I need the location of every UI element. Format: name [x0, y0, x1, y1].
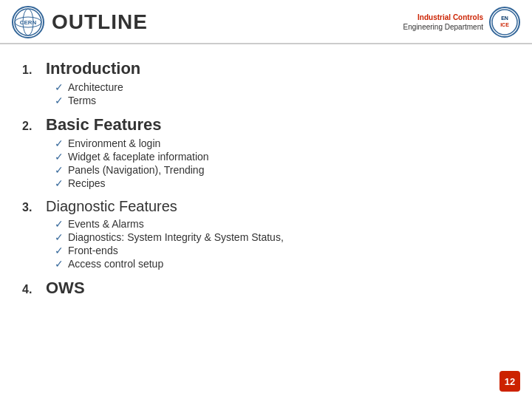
list-item: ✓ Diagnostics: System Integrity & System…: [55, 231, 502, 243]
list-item: ✓ Panels (Navigation), Trending: [55, 164, 502, 176]
svg-text:EN: EN: [501, 16, 508, 21]
section-3-title: Diagnostic Features: [46, 198, 177, 215]
section-3-header: 3. Diagnostic Features: [22, 198, 502, 215]
subitem-text: Front-ends: [68, 245, 118, 256]
svg-text:CERN: CERN: [20, 19, 37, 26]
subitem-text: Panels (Navigation), Trending: [68, 164, 204, 176]
subitem-text: Events & Alarms: [68, 218, 144, 230]
outline-text: Outline: [52, 10, 148, 33]
dept-info: Industrial Controls Engineering Departme…: [403, 13, 483, 31]
section-4-header: 4. OWS: [22, 279, 502, 298]
subitem-text: Terms: [68, 95, 96, 106]
svg-text:ICE: ICE: [500, 22, 509, 27]
section-4-number: 4.: [22, 283, 38, 296]
list-item: ✓ Environment & login: [55, 137, 502, 149]
subitem-text: Architecture: [68, 81, 123, 93]
subitem-text: Widget & faceplate information: [68, 151, 209, 163]
slide-title: Outline: [52, 10, 148, 34]
section-2: 2. Basic Features ✓ Environment & login …: [22, 115, 502, 189]
section-2-number: 2.: [22, 120, 38, 133]
list-item: ✓ Architecture: [55, 81, 502, 93]
checkmark-icon: ✓: [55, 151, 64, 163]
subitem-text: Access control setup: [68, 258, 163, 270]
nice-logo: EN ICE: [489, 7, 520, 38]
section-1-title: Introduction: [46, 59, 140, 78]
cern-logo: CERN: [12, 6, 44, 38]
dept-line1: Industrial Controls: [417, 13, 483, 21]
slide: CERN Outline Industrial Controls Enginee…: [0, 0, 532, 399]
list-item: ✓ Access control setup: [55, 258, 502, 270]
section-1-subitems: ✓ Architecture ✓ Terms: [22, 81, 502, 106]
header-right: Industrial Controls Engineering Departme…: [403, 7, 520, 38]
section-1-header: 1. Introduction: [22, 59, 502, 78]
section-4-title: OWS: [46, 279, 85, 298]
dept-line2: Engineering Department: [403, 23, 483, 31]
section-3-subitems: ✓ Events & Alarms ✓ Diagnostics: System …: [22, 218, 502, 270]
section-1: 1. Introduction ✓ Architecture ✓ Terms: [22, 59, 502, 106]
subitem-text: Environment & login: [68, 137, 160, 149]
checkmark-icon: ✓: [55, 81, 64, 93]
checkmark-icon: ✓: [55, 245, 64, 256]
section-2-header: 2. Basic Features: [22, 115, 502, 134]
header-left: CERN Outline: [12, 6, 148, 38]
list-item: ✓ Front-ends: [55, 245, 502, 256]
checkmark-icon: ✓: [55, 164, 64, 176]
slide-content: 1. Introduction ✓ Architecture ✓ Terms 2…: [0, 52, 532, 314]
section-2-subitems: ✓ Environment & login ✓ Widget & facepla…: [22, 137, 502, 189]
list-item: ✓ Terms: [55, 95, 502, 106]
section-2-title: Basic Features: [46, 115, 162, 134]
checkmark-icon: ✓: [55, 218, 64, 230]
subitem-text: Diagnostics: System Integrity & System S…: [68, 231, 284, 243]
section-3-number: 3.: [22, 201, 38, 214]
checkmark-icon: ✓: [55, 177, 64, 189]
header-divider: [0, 43, 532, 44]
list-item: ✓ Recipes: [55, 177, 502, 189]
checkmark-icon: ✓: [55, 258, 64, 270]
section-1-number: 1.: [22, 64, 38, 77]
list-item: ✓ Events & Alarms: [55, 218, 502, 230]
slide-header: CERN Outline Industrial Controls Enginee…: [0, 0, 532, 43]
subitem-text: Recipes: [68, 177, 106, 189]
section-4: 4. OWS: [22, 279, 502, 298]
checkmark-icon: ✓: [55, 95, 64, 106]
page-number: 12: [499, 371, 520, 392]
checkmark-icon: ✓: [55, 137, 64, 149]
checkmark-icon: ✓: [55, 231, 64, 243]
list-item: ✓ Widget & faceplate information: [55, 151, 502, 163]
section-3: 3. Diagnostic Features ✓ Events & Alarms…: [22, 198, 502, 270]
